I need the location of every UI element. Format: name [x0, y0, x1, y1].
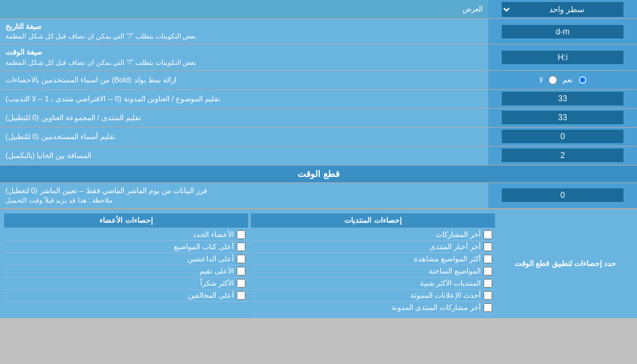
forum-trim-input-cell: [488, 109, 637, 127]
forum-trim-input[interactable]: [502, 111, 623, 124]
row-realtime: فرز البيانات من يوم الماشر الماضي فقط --…: [0, 183, 637, 209]
posts-item-1: أخر أخبار المنتدى: [251, 241, 495, 253]
members-item-5: أعلى المخالفين: [4, 290, 248, 302]
bold-radio-group: نعم لا: [539, 76, 587, 84]
realtime-label: فرز البيانات من يوم الماشر الماضي فقط --…: [0, 183, 488, 208]
posts-item-2: أكثر المواضيع مشاهدة: [251, 253, 495, 265]
apply-label-cell: حدد إحصاءات لتطبيق قطع الوقت: [498, 213, 633, 314]
posts-item-5: أحدث الإعلانات المنبوثة: [251, 290, 495, 302]
members-col-header: إحصاءات الأعضاء: [4, 213, 248, 228]
posts-item-4: المنتديات الأكثر شبية: [251, 278, 495, 290]
row-display: سطر واحد سطرين ثلاثة أسطر العرض: [0, 0, 637, 19]
realtime-input-cell: [488, 183, 637, 208]
topics-trim-input[interactable]: [502, 92, 623, 105]
members-checkbox-5[interactable]: [237, 291, 245, 300]
display-right-label: العرض: [0, 0, 488, 18]
time-format-input-cell: [488, 45, 637, 70]
bold-radio-no[interactable]: [548, 76, 557, 84]
members-stats-column: إحصاءات الأعضاء الأعضاء الجدد أعلى كتاب …: [4, 213, 248, 314]
main-container: سطر واحد سطرين ثلاثة أسطر العرض صيغة الت…: [0, 0, 637, 318]
posts-checkbox-4[interactable]: [483, 279, 492, 288]
members-checkbox-4[interactable]: [237, 279, 245, 288]
display-select[interactable]: سطر واحد سطرين ثلاثة أسطر: [502, 2, 623, 17]
members-item-1: أعلى كتاب المواضيع: [4, 241, 248, 253]
posts-checkbox-2[interactable]: [483, 255, 492, 263]
time-format-label: صيغة الوقت بعض التكوينات يتطلب "/" التي …: [0, 45, 488, 70]
realtime-section-header: قطع الوقت: [0, 165, 637, 183]
bold-radio-yes[interactable]: [578, 76, 587, 84]
date-format-label: صيغة التاريخ بعض التكوينات يتطلب "/" الت…: [0, 19, 488, 44]
posts-col-header: إحصاءات المنتديات: [251, 213, 495, 228]
row-time-format: صيغة الوقت بعض التكوينات يتطلب "/" التي …: [0, 45, 637, 70]
members-item-2: أعلى الداعشين: [4, 253, 248, 265]
forum-trim-label: تقليم المنتدى / المجموعة العناوين (0 للت…: [0, 109, 488, 127]
posts-checkbox-3[interactable]: [483, 267, 492, 276]
posts-checkbox-6[interactable]: [483, 303, 492, 312]
posts-checkbox-5[interactable]: [483, 291, 492, 300]
posts-checkbox-0[interactable]: [483, 230, 492, 239]
row-usernames-trim: تقليم أسماء المستخدمين (0 للتطبيل): [0, 128, 637, 147]
members-checkbox-1[interactable]: [237, 242, 245, 251]
usernames-trim-input[interactable]: [502, 130, 623, 143]
bottom-columns-container: حدد إحصاءات لتطبيق قطع الوقت إحصاءات الم…: [4, 213, 633, 314]
members-checkbox-2[interactable]: [237, 255, 245, 263]
spacing-label: المسافة بين الخانيا (بالبكسل): [0, 147, 488, 165]
members-item-0: الأعضاء الجدد: [4, 229, 248, 241]
bottom-section: حدد إحصاءات لتطبيق قطع الوقت إحصاءات الم…: [0, 209, 637, 318]
bold-label: ازالة نمط بولد (Bold) من اسماء المستخدمي…: [0, 71, 488, 89]
row-date-format: صيغة التاريخ بعض التكوينات يتطلب "/" الت…: [0, 19, 637, 45]
row-spacing: المسافة بين الخانيا (بالبكسل): [0, 147, 637, 165]
spacing-input-cell: [488, 147, 637, 165]
time-format-input[interactable]: [502, 51, 623, 64]
date-format-input[interactable]: [502, 25, 623, 38]
members-checkbox-0[interactable]: [237, 230, 245, 239]
posts-item-6: أخر مشاركات المنتدى المدونة: [251, 302, 495, 314]
topics-trim-input-cell: [488, 90, 637, 108]
posts-stats-column: إحصاءات المنتديات أخر المشاركات أخر أخبا…: [251, 213, 495, 314]
members-checkbox-3[interactable]: [237, 267, 245, 276]
bold-input-cell: نعم لا: [488, 71, 637, 89]
members-item-3: الأعلى تقيم: [4, 265, 248, 278]
members-item-4: الأكثر شكراً: [4, 278, 248, 290]
date-format-input-cell: [488, 19, 637, 44]
posts-item-0: أخر المشاركات: [251, 229, 495, 241]
usernames-trim-label: تقليم أسماء المستخدمين (0 للتطبيل): [0, 128, 488, 146]
spacing-input[interactable]: [502, 149, 623, 162]
topics-trim-label: تقليم الموضوع / العناوين المدونة (0 -- ا…: [0, 90, 488, 108]
posts-checkbox-1[interactable]: [483, 242, 492, 251]
row-forum-trim: تقليم المنتدى / المجموعة العناوين (0 للت…: [0, 109, 637, 128]
row-topics-trim: تقليم الموضوع / العناوين المدونة (0 -- ا…: [0, 90, 637, 109]
display-input-cell: سطر واحد سطرين ثلاثة أسطر: [488, 0, 637, 18]
realtime-input[interactable]: [502, 188, 623, 202]
row-bold: نعم لا ازالة نمط بولد (Bold) من اسماء ال…: [0, 71, 637, 90]
usernames-trim-input-cell: [488, 128, 637, 146]
posts-item-3: المواضيع الساخنة: [251, 265, 495, 278]
